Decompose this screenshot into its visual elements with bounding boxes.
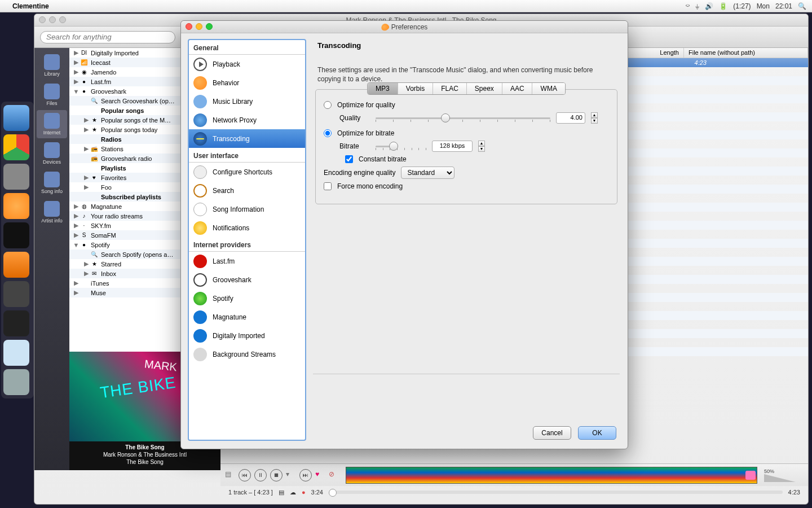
battery-icon[interactable]: 🔋	[719, 2, 727, 10]
track-summary: 1 track – [ 4:23 ]	[228, 489, 273, 496]
sidebar-item-artist-info[interactable]: Artist info	[37, 198, 67, 226]
sidebar-item-library[interactable]: Library	[37, 51, 67, 80]
doc-icon	[193, 203, 207, 216]
prefs-item-grooveshark[interactable]: Grooveshark	[189, 270, 305, 289]
waveform[interactable]	[346, 467, 757, 484]
quality-stepper[interactable]: ▲▼	[591, 112, 598, 124]
volume-icon[interactable]: 🔊	[705, 2, 713, 10]
prefs-item-digitally-imported[interactable]: Digitally Imported	[189, 326, 305, 345]
wifi-icon[interactable]: ⏚	[695, 2, 699, 10]
next-button[interactable]: ⏭	[299, 469, 312, 481]
battery-time: (1:27)	[733, 2, 751, 10]
dock-trash[interactable]	[3, 369, 29, 395]
prev-button[interactable]: ⏮	[239, 469, 251, 481]
col-length[interactable]: Length	[655, 48, 684, 58]
sidebar-item-song-info[interactable]: Song info	[37, 169, 67, 197]
col-filename[interactable]: File name (without path)	[684, 48, 808, 58]
sidebar-item-internet[interactable]: Internet	[37, 110, 67, 138]
ban-button[interactable]: ⊘	[329, 470, 339, 480]
checkbox-force-mono[interactable]	[324, 182, 332, 190]
cancel-button[interactable]: Cancel	[533, 426, 571, 440]
label-optimize-bitrate: Optimize for bitrate	[337, 129, 394, 137]
prefs-section-header: General	[189, 40, 305, 55]
prefs-titlebar: Preferences	[181, 21, 628, 33]
traffic-lights[interactable]	[39, 16, 66, 23]
bitrate-value[interactable]: 128 kbps	[432, 141, 473, 152]
prefs-item-transcoding[interactable]: Transcoding	[189, 129, 305, 148]
bitrate-slider[interactable]	[376, 141, 426, 151]
prefs-item-notifications[interactable]: Notifications	[189, 218, 305, 237]
dock-app2[interactable]	[3, 281, 29, 307]
zoom-icon[interactable]	[206, 23, 213, 30]
tab-aac[interactable]: AAC	[502, 83, 533, 94]
status-icon1[interactable]: ▤	[279, 489, 284, 496]
dock-app[interactable]	[3, 193, 29, 219]
play-icon	[193, 58, 207, 71]
select-engine-quality[interactable]: Standard	[401, 167, 454, 179]
checkbox-constant-bitrate[interactable]	[345, 155, 353, 163]
prefs-item-song-information[interactable]: Song Information	[189, 200, 305, 218]
dock-finder[interactable]	[3, 105, 29, 131]
love-button[interactable]: ♥	[315, 470, 325, 480]
dock-vlc[interactable]	[3, 252, 29, 278]
sidebar-item-devices[interactable]: Devices	[37, 139, 67, 168]
quality-value[interactable]: 4.00	[556, 112, 585, 124]
search-icon	[193, 184, 207, 198]
prefs-item-magnatune[interactable]: Magnatune	[189, 308, 305, 326]
radio-optimize-quality[interactable]	[324, 101, 332, 109]
dock-monitor[interactable]	[3, 222, 29, 248]
prefs-sidebar[interactable]: GeneralPlaybackBehaviorMusic LibraryNetw…	[188, 39, 306, 441]
cloud-icon	[193, 348, 207, 361]
tab-wma[interactable]: WMA	[533, 83, 565, 94]
globe-icon	[193, 113, 207, 127]
pause-button[interactable]: ⏸	[254, 469, 267, 481]
status-icon3[interactable]: ●	[302, 489, 306, 496]
sidebar-item-files[interactable]: Files	[37, 81, 67, 109]
minimize-icon[interactable]	[196, 23, 202, 30]
prefs-item-spotify[interactable]: Spotify	[189, 289, 305, 308]
prefs-item-configure-shortcuts[interactable]: Configure Shortcuts	[189, 163, 305, 181]
volume-control[interactable]: 50%	[764, 468, 804, 482]
stop-button[interactable]: ⏹	[270, 469, 283, 481]
trans-icon	[193, 132, 207, 146]
tab-vorbis[interactable]: Vorbis	[398, 83, 433, 94]
dock-terminal[interactable]	[3, 310, 29, 336]
lfm-icon	[193, 255, 207, 268]
folder-icon	[193, 95, 207, 108]
prefs-item-network-proxy[interactable]: Network Proxy	[189, 111, 305, 129]
search-input[interactable]	[40, 31, 175, 43]
clock-time[interactable]: 22:01	[775, 2, 792, 10]
quality-slider[interactable]	[376, 113, 550, 123]
bluetooth-icon[interactable]: ⌔	[686, 2, 690, 10]
tab-speex[interactable]: Speex	[467, 83, 502, 94]
tab-flac[interactable]: FLAC	[433, 83, 467, 94]
dock	[1, 102, 34, 398]
status-icon2[interactable]: ☁	[290, 489, 296, 496]
playlist-icon[interactable]: ▤	[225, 470, 235, 480]
label-constant-bitrate: Constant bitrate	[359, 155, 407, 163]
clock-day[interactable]: Mon	[757, 2, 770, 10]
transcoding-tabbox: MP3VorbisFLACSpeexAACWMA Optimize for qu…	[315, 89, 617, 204]
prefs-section-header: User interface	[189, 148, 305, 163]
prefs-item-behavior[interactable]: Behavior	[189, 73, 305, 92]
prefs-item-background-streams[interactable]: Background Streams	[189, 345, 305, 364]
tab-mp3[interactable]: MP3	[368, 83, 398, 94]
clementine-icon	[380, 23, 390, 32]
prefs-item-playback[interactable]: Playback	[189, 55, 305, 73]
bitrate-stepper[interactable]: ▲▼	[478, 141, 485, 152]
prefs-item-search[interactable]: Search	[189, 181, 305, 200]
progress-slider[interactable]	[329, 491, 783, 494]
stop-after-icon[interactable]: ▾	[286, 470, 296, 480]
spotlight-icon[interactable]: 🔍	[798, 2, 806, 10]
prefs-item-last.fm[interactable]: Last.fm	[189, 252, 305, 270]
dock-settings[interactable]	[3, 164, 29, 190]
close-icon[interactable]	[186, 23, 192, 30]
format-tabs: MP3VorbisFLACSpeexAACWMA	[367, 82, 566, 95]
dock-chrome[interactable]	[3, 134, 29, 160]
kbd-icon	[193, 165, 207, 179]
dock-folder[interactable]	[3, 340, 29, 366]
app-name[interactable]: Clementine	[12, 2, 49, 10]
ok-button[interactable]: OK	[578, 426, 616, 440]
radio-optimize-bitrate[interactable]	[324, 129, 332, 137]
prefs-item-music-library[interactable]: Music Library	[189, 92, 305, 111]
